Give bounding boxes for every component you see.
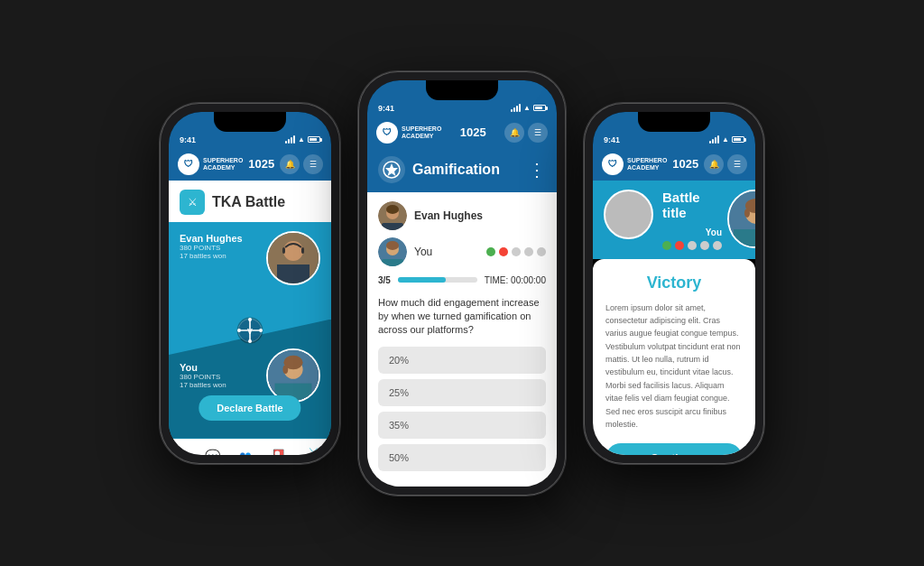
answer-option-4[interactable]: 50% xyxy=(378,444,546,471)
player2-name: You xyxy=(180,362,226,373)
three-dots-icon[interactable]: ⋮ xyxy=(528,159,546,181)
status-time-1: 9:41 xyxy=(180,135,196,144)
victory-title: Victory xyxy=(605,274,743,292)
phone2: 9:41 ▲ 🛡 xyxy=(358,71,566,496)
notch3 xyxy=(638,112,710,132)
battle-title-avatar-gray xyxy=(604,190,653,239)
dot-green-1 xyxy=(486,247,495,256)
app-header-2: 🛡 SUPERHERO ACADEMY 1025 🔔 ☰ xyxy=(367,116,557,149)
phone1: 9:41 ▲ 🛡 xyxy=(160,103,340,464)
player1-info: Evan Hughes 380 POINTS 17 battles won xyxy=(180,233,243,260)
svg-marker-23 xyxy=(385,163,398,176)
bell-icon-1: 🔔 xyxy=(285,160,295,169)
bell-btn-3[interactable]: 🔔 xyxy=(704,154,724,174)
player2-battles: 17 battles won xyxy=(180,381,226,389)
player1-avatar xyxy=(266,231,320,285)
cards-icon-1: 🎴 xyxy=(271,449,286,455)
dot-gray-1 xyxy=(512,247,521,256)
dot-red-1 xyxy=(499,247,508,256)
progress-row: 3/5 TIME: 00:00:00 xyxy=(378,275,546,285)
bottom-nav-1: ⌂ 💬 👥 🎴 ⚔ Battle xyxy=(169,439,331,455)
player1-points: 380 POINTS xyxy=(180,244,243,252)
opponent-name: Evan Hughes xyxy=(414,209,546,222)
nav-chat-1[interactable]: 💬 xyxy=(205,449,220,455)
battery-1 xyxy=(308,136,320,143)
menu-btn-3[interactable]: ☰ xyxy=(727,154,747,174)
chat-icon-1: 💬 xyxy=(205,449,220,455)
vs-badge: V xyxy=(232,312,268,348)
menu-btn-2[interactable]: ☰ xyxy=(528,123,548,143)
logo-3: 🛡 SUPERHERO ACADEMY xyxy=(602,153,667,175)
status-time-3: 9:41 xyxy=(604,135,620,144)
battle-title: TKA Battle xyxy=(212,194,285,210)
status-time-2: 9:41 xyxy=(378,104,394,113)
timer-text: TIME: 00:00:00 xyxy=(485,275,546,285)
status-icons-1: ▲ xyxy=(285,135,320,144)
wifi-1: ▲ xyxy=(298,135,305,144)
battery-3 xyxy=(732,136,744,143)
question-section: Evan Hughes You xyxy=(367,192,557,486)
dot3-gray1 xyxy=(688,241,697,250)
gamification-title: Gamification xyxy=(412,162,500,178)
app-header-3: 🛡 SUPERHERO ACADEMY 1025 🔔 ☰ xyxy=(593,148,755,181)
signal-2 xyxy=(511,105,521,112)
player2-avatar xyxy=(266,348,320,403)
player3-avatar xyxy=(727,190,755,248)
battle-main-area: Evan Hughes 380 POINTS 17 battles won xyxy=(169,222,331,439)
logo-icon-1: 🛡 xyxy=(178,153,199,175)
continue-button[interactable]: Continue xyxy=(605,443,743,454)
declare-battle-button[interactable]: Declare Battle xyxy=(199,395,300,421)
victory-card: Victory Lorem ipsum dolor sit amet, cons… xyxy=(593,259,755,455)
phone2-content: Evan Hughes You xyxy=(367,192,557,487)
svg-point-13 xyxy=(248,339,252,343)
svg-point-31 xyxy=(386,241,399,250)
svg-rect-4 xyxy=(282,247,285,254)
player1-name: Evan Hughes xyxy=(180,233,243,244)
nav-cards-1[interactable]: 🎴 xyxy=(271,449,286,455)
answer-option-2[interactable]: 25% xyxy=(378,379,546,406)
signal-1 xyxy=(285,136,295,144)
header-icons-2: 🔔 ☰ xyxy=(504,123,548,143)
dot3-gray2 xyxy=(700,241,709,250)
dot-gray-2 xyxy=(524,247,533,256)
logo-icon-2: 🛡 xyxy=(376,122,398,144)
svg-rect-2 xyxy=(277,264,310,283)
svg-point-21 xyxy=(282,365,288,374)
status-icons-3: ▲ xyxy=(709,135,744,144)
notch1 xyxy=(214,112,286,132)
nav-home-1[interactable]: ⌂ xyxy=(179,449,186,455)
battle-title-section: ⚔ TKA Battle xyxy=(169,181,331,222)
svg-text:V: V xyxy=(247,327,253,336)
answer-option-1[interactable]: 20% xyxy=(378,347,546,374)
you-row: You xyxy=(378,237,546,266)
progress-bar-container xyxy=(398,277,477,283)
battle-nav-icon-1: ⚔ xyxy=(308,445,319,455)
bell-btn-2[interactable]: 🔔 xyxy=(504,123,524,143)
bottom-nav-2: ⌂ 💬 👥 🎴 ⚔ Battle xyxy=(367,486,557,487)
logo-1: 🛡 SUPERHERO ACADEMY xyxy=(178,153,243,175)
menu-btn-1[interactable]: ☰ xyxy=(303,154,323,174)
svg-rect-26 xyxy=(382,223,403,230)
player2-avatar-img xyxy=(268,350,319,401)
bell-btn-1[interactable]: 🔔 xyxy=(280,154,300,174)
notch2 xyxy=(426,80,498,100)
phone3: 9:41 ▲ 🛡 xyxy=(584,103,764,464)
logo-text-1: SUPERHERO ACADEMY xyxy=(203,157,243,171)
wifi-3: ▲ xyxy=(722,135,729,144)
svg-point-11 xyxy=(259,329,263,332)
battle-title-3: Battle title xyxy=(662,190,722,220)
svg-rect-30 xyxy=(382,259,403,266)
svg-point-12 xyxy=(248,318,252,321)
header-points-1: 1025 xyxy=(248,157,274,171)
answer-option-3[interactable]: 35% xyxy=(378,412,546,439)
nav-battle-1[interactable]: ⚔ Battle xyxy=(306,445,322,455)
nav-people-1[interactable]: 👥 xyxy=(239,450,252,455)
player1-battles: 17 battles won xyxy=(180,252,243,260)
header-points-3: 1025 xyxy=(672,157,698,171)
opponent-row: Evan Hughes xyxy=(378,201,546,230)
header-icons-1: 🔔 ☰ xyxy=(280,154,323,174)
you-label-3: You xyxy=(662,227,722,237)
battle-sword-icon: ⚔ xyxy=(188,196,198,209)
gamification-icon-circle xyxy=(378,156,405,183)
battle-icon: ⚔ xyxy=(180,190,205,215)
